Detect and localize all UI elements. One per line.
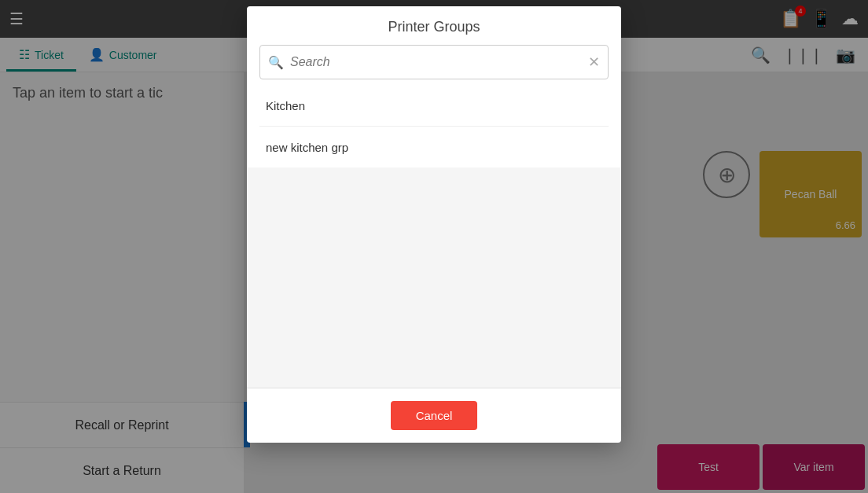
search-clear-icon[interactable]: ✕ [588,53,600,71]
modal-empty-area [247,167,621,388]
printer-groups-list: Kitchen new kitchen grp [247,86,621,167]
search-input[interactable] [290,55,588,69]
modal-footer: Cancel [247,388,621,443]
modal-title: Printer Groups [247,6,621,45]
list-item-new-kitchen-grp[interactable]: new kitchen grp [259,127,609,167]
list-item-kitchen[interactable]: Kitchen [259,86,609,127]
cancel-button[interactable]: Cancel [391,401,478,430]
search-icon-modal: 🔍 [268,55,284,70]
printer-groups-modal: Printer Groups 🔍 ✕ Kitchen new kitchen g… [247,6,621,443]
search-bar[interactable]: 🔍 ✕ [259,45,609,79]
